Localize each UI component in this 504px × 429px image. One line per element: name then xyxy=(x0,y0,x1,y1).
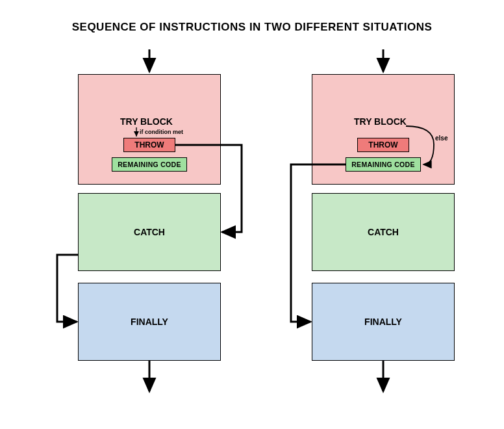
right-flow: TRY BLOCK else THROW REMAINING CODE CATC… xyxy=(273,47,494,411)
throw-box: THROW xyxy=(357,138,409,152)
catch-block: CATCH xyxy=(312,193,455,271)
remaining-code-box: REMAINING CODE xyxy=(346,157,421,172)
remaining-code-label: REMAINING CODE xyxy=(118,161,181,168)
else-note: else xyxy=(435,135,447,142)
throw-box: THROW xyxy=(123,138,175,152)
remaining-code-label: REMAINING CODE xyxy=(351,161,415,168)
throw-label: THROW xyxy=(134,140,164,150)
try-block-label: TRY BLOCK xyxy=(354,116,407,127)
finally-label: FINALLY xyxy=(364,317,402,327)
finally-block: FINALLY xyxy=(78,283,221,361)
catch-label: CATCH xyxy=(134,227,165,237)
left-flow: TRY BLOCK if condition met THROW REMAINI… xyxy=(39,47,260,411)
remaining-code-box: REMAINING CODE xyxy=(112,157,187,172)
try-block-label: TRY BLOCK xyxy=(120,116,173,127)
throw-label: THROW xyxy=(368,140,397,150)
finally-label: FINALLY xyxy=(131,317,168,327)
finally-block: FINALLY xyxy=(312,283,455,361)
catch-label: CATCH xyxy=(368,227,399,237)
diagram-title: SEQUENCE OF INSTRUCTIONS IN TWO DIFFEREN… xyxy=(0,21,504,34)
catch-block: CATCH xyxy=(78,193,221,271)
condition-note: if condition met xyxy=(140,129,183,135)
